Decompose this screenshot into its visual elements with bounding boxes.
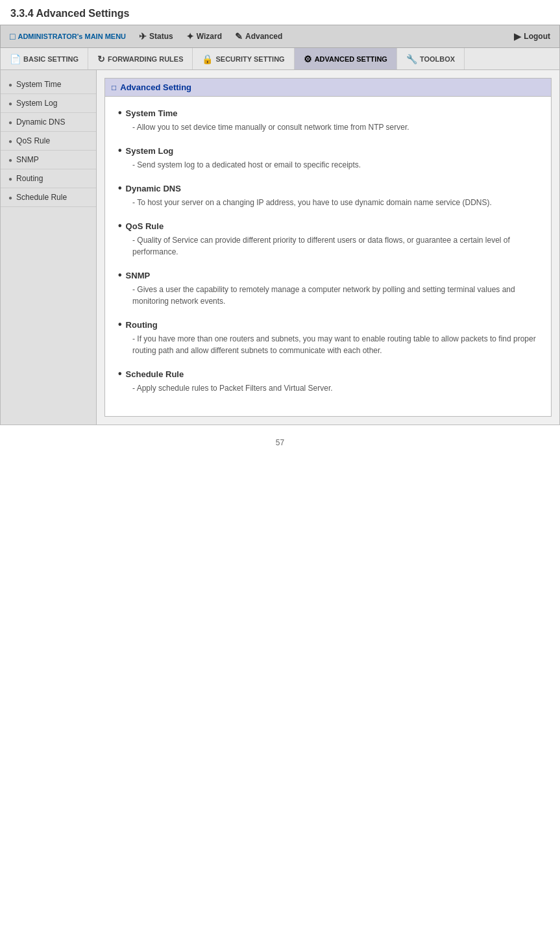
feature-name-routing: Routing — [126, 320, 158, 330]
sidebar-item-routing[interactable]: ● Routing — [1, 169, 96, 188]
feature-qos-rule: • QoS Rule Quality of Service can provid… — [118, 220, 538, 258]
feature-name-system-log: System Log — [126, 146, 174, 156]
advanced-label: Advanced — [245, 32, 282, 41]
top-nav-bar: □ ADMINISTRATOR's MAIN MENU ✈ Status ✦ W… — [0, 25, 560, 48]
feature-snmp: • SNMP Gives a user the capability to re… — [118, 269, 538, 307]
status-label: Status — [149, 32, 173, 41]
feature-desc-qos-rule: Quality of Service can provide different… — [132, 234, 538, 258]
feature-desc-schedule-rule: Apply schedule rules to Packet Filters a… — [132, 382, 538, 394]
feature-routing: • Routing If you have more than one rout… — [118, 319, 538, 356]
sidebar-item-qos-rule[interactable]: ● QoS Rule — [1, 132, 96, 151]
content-area: □ Advanced Setting • System Time Allow y… — [97, 70, 559, 425]
feature-bullet-icon: • — [118, 368, 122, 380]
admin-icon: □ — [10, 31, 15, 42]
feature-desc-system-log: Send system log to a dedicated host or e… — [132, 159, 538, 171]
advanced-setting-icon: ⚙ — [304, 54, 312, 64]
sidebar-item-dynamic-dns[interactable]: ● Dynamic DNS — [1, 113, 96, 132]
tab-forwarding-label: FORWARDING RULES — [108, 55, 184, 63]
advanced-nav-item[interactable]: ✎ Advanced — [228, 29, 289, 44]
logout-label: Logout — [524, 32, 550, 41]
status-nav-item[interactable]: ✈ Status — [132, 29, 180, 44]
status-icon: ✈ — [139, 31, 147, 42]
bullet-icon: ● — [8, 156, 12, 164]
panel-header-title: Advanced Setting — [120, 82, 191, 92]
sidebar-label-qos-rule: QoS Rule — [16, 136, 50, 145]
tab-security-label: SECURITY SETTING — [215, 55, 284, 63]
tab-forwarding-rules[interactable]: ↻ FORWARDING RULES — [88, 48, 193, 69]
sidebar-label-snmp: SNMP — [16, 155, 39, 164]
logout-nav-item[interactable]: ▶ Logout — [507, 29, 557, 44]
panel-header: □ Advanced Setting — [105, 79, 551, 97]
feature-desc-system-time: Allow you to set device time manually or… — [132, 121, 538, 133]
panel-header-icon: □ — [112, 83, 116, 92]
feature-bullet-icon: • — [118, 145, 122, 156]
panel-body: • System Time Allow you to set device ti… — [105, 97, 551, 416]
tab-toolbox[interactable]: 🔧 TOOLBOX — [397, 48, 465, 69]
feature-bullet-icon: • — [118, 182, 122, 194]
feature-desc-dynamic-dns: To host your server on a changing IP add… — [132, 197, 538, 208]
feature-title-qos-rule: • QoS Rule — [118, 220, 538, 232]
toolbox-icon: 🔧 — [406, 54, 417, 64]
feature-schedule-rule: • Schedule Rule Apply schedule rules to … — [118, 368, 538, 394]
sidebar-label-system-time: System Time — [16, 80, 61, 89]
tab-toolbox-label: TOOLBOX — [420, 55, 455, 63]
feature-title-routing: • Routing — [118, 319, 538, 330]
sidebar-label-system-log: System Log — [16, 99, 57, 108]
feature-title-system-time: • System Time — [118, 107, 538, 119]
wizard-nav-item[interactable]: ✦ Wizard — [180, 29, 228, 44]
sidebar: ● System Time ● System Log ● Dynamic DNS… — [1, 70, 97, 425]
page-footer: 57 — [0, 425, 560, 460]
advanced-icon: ✎ — [235, 31, 243, 42]
feature-name-qos-rule: QoS Rule — [126, 221, 164, 231]
feature-name-dynamic-dns: Dynamic DNS — [126, 184, 181, 193]
feature-name-system-time: System Time — [126, 108, 178, 118]
feature-name-schedule-rule: Schedule Rule — [126, 369, 184, 379]
feature-dynamic-dns: • Dynamic DNS To host your server on a c… — [118, 182, 538, 208]
feature-title-dynamic-dns: • Dynamic DNS — [118, 182, 538, 194]
main-layout: ● System Time ● System Log ● Dynamic DNS… — [0, 70, 560, 425]
feature-desc-routing: If you have more than one routers and su… — [132, 333, 538, 356]
sidebar-item-system-time[interactable]: ● System Time — [1, 75, 96, 94]
feature-name-snmp: SNMP — [126, 271, 151, 280]
page-number: 57 — [276, 438, 284, 447]
feature-bullet-icon: • — [118, 269, 122, 281]
tab-advanced-setting[interactable]: ⚙ ADVANCED SETTING — [295, 48, 397, 69]
bullet-icon: ● — [8, 138, 12, 145]
feature-bullet-icon: • — [118, 220, 122, 232]
tab-security-setting[interactable]: 🔒 SECURITY SETTING — [193, 48, 294, 69]
basic-setting-icon: 📄 — [10, 54, 21, 64]
feature-desc-snmp: Gives a user the capability to remotely … — [132, 284, 538, 307]
tab-bar: 📄 BASIC SETTING ↻ FORWARDING RULES 🔒 SEC… — [0, 48, 560, 70]
feature-title-snmp: • SNMP — [118, 269, 538, 281]
feature-system-time: • System Time Allow you to set device ti… — [118, 107, 538, 133]
admin-menu-link[interactable]: □ ADMINISTRATOR's MAIN MENU — [3, 29, 132, 44]
bullet-icon: ● — [8, 81, 12, 88]
sidebar-label-schedule-rule: Schedule Rule — [16, 193, 67, 202]
advanced-setting-panel: □ Advanced Setting • System Time Allow y… — [104, 78, 552, 417]
tab-basic-label: BASIC SETTING — [23, 55, 79, 63]
feature-system-log: • System Log Send system log to a dedica… — [118, 145, 538, 171]
sidebar-item-snmp[interactable]: ● SNMP — [1, 151, 96, 169]
sidebar-label-routing: Routing — [16, 174, 43, 183]
feature-bullet-icon: • — [118, 107, 122, 119]
logout-icon: ▶ — [514, 31, 521, 42]
admin-menu-label: ADMINISTRATOR's MAIN MENU — [18, 32, 126, 40]
sidebar-item-system-log[interactable]: ● System Log — [1, 94, 96, 113]
page-title: 3.3.4 Advanced Settings — [0, 0, 560, 25]
feature-title-schedule-rule: • Schedule Rule — [118, 368, 538, 380]
feature-title-system-log: • System Log — [118, 145, 538, 156]
bullet-icon: ● — [8, 119, 12, 126]
bullet-icon: ● — [8, 100, 12, 107]
wizard-label: Wizard — [197, 32, 222, 41]
sidebar-item-schedule-rule[interactable]: ● Schedule Rule — [1, 188, 96, 207]
bullet-icon: ● — [8, 194, 12, 201]
tab-basic-setting[interactable]: 📄 BASIC SETTING — [1, 48, 88, 69]
sidebar-label-dynamic-dns: Dynamic DNS — [16, 117, 65, 127]
forwarding-rules-icon: ↻ — [97, 54, 105, 64]
feature-bullet-icon: • — [118, 319, 122, 330]
security-setting-icon: 🔒 — [202, 54, 213, 64]
bullet-icon: ● — [8, 175, 12, 182]
tab-advanced-label: ADVANCED SETTING — [315, 55, 387, 63]
wizard-icon: ✦ — [186, 31, 194, 42]
